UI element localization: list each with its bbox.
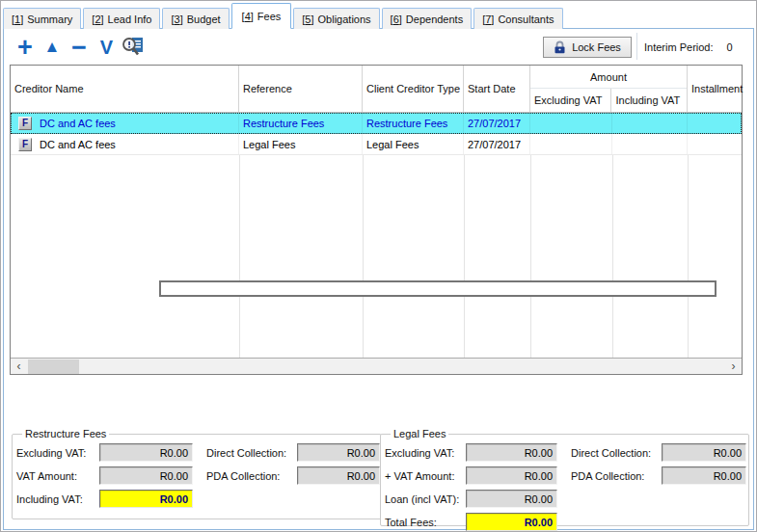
column-header-start-date[interactable]: Start Date [464,66,530,112]
pda-collection-label: PDA Collection: [206,470,297,482]
tab-lead-info[interactable]: [2]Lead Info [83,8,160,29]
cell-start-date: 27/07/2017 [464,134,530,154]
column-header-including-vat[interactable]: Including VAT [611,89,687,112]
cell-reference: Legal Fees [239,134,363,154]
tab-obligations[interactable]: [5]Obligations [293,8,379,29]
cell-including-vat [612,113,688,133]
excluding-vat-label: Excluding VAT: [385,447,466,459]
empty-edit-box [159,280,716,297]
loan-incl-vat-field: R0.00 [466,490,557,508]
cell-including-vat [612,134,688,154]
pda-collection-field: R0.00 [297,466,380,485]
tab-label: Summary [27,13,72,25]
grid-header: Creditor Name Reference Client Creditor … [11,66,742,113]
cell-client-creditor-type: Restructure Fees [363,113,464,133]
tab-strip: [1]Summary [2]Lead Info [3]Budget [4]Fee… [3,3,565,29]
interim-period-label: Interim Period: [644,41,714,53]
horizontal-scrollbar[interactable]: ‹ › [11,358,742,374]
legal-fees-panel: Legal Fees Excluding VAT: R0.00 Direct C… [380,428,749,526]
restructure-fees-panel: Restructure Fees Excluding VAT: R0.00 Di… [12,428,383,519]
tab-label: Dependents [406,13,463,25]
fees-window: [1]Summary [2]Lead Info [3]Budget [4]Fee… [0,0,757,532]
column-group-amount-label: Amount [530,66,687,89]
loan-incl-vat-label: Loan (incl VAT): [385,493,466,505]
fees-grid: Creditor Name Reference Client Creditor … [10,65,743,375]
vat-amount-field: R0.00 [99,466,193,485]
direct-collection-field: R0.00 [662,443,746,462]
tab-fees[interactable]: [4]Fees [231,3,292,29]
move-up-icon[interactable]: ▲ [39,35,66,60]
legal-fees-title: Legal Fees [391,428,448,439]
fee-row-icon: F [18,138,32,151]
fee-row-icon: F [18,117,32,130]
toolbar-divider [636,33,637,60]
cell-reference: Restructure Fees [239,113,363,133]
lock-fees-button[interactable]: Lock Fees [543,37,632,58]
column-group-amount: Amount Excluding VAT Including VAT [530,66,688,112]
excluding-vat-label: Excluding VAT: [16,447,99,459]
column-header-reference[interactable]: Reference [239,66,363,112]
add-icon[interactable]: + [12,35,39,60]
including-vat-total-field: R0.00 [99,490,193,508]
pda-collection-label: PDA Collection: [571,470,662,482]
scrollbar-thumb[interactable] [28,359,79,374]
interim-period-value: 0 [727,41,733,53]
table-row[interactable]: FDC and AC fees Legal Fees Legal Fees 27… [11,134,742,155]
total-fees-label: Total Fees: [385,517,466,528]
remove-icon[interactable]: − [66,35,93,60]
cell-installment [688,113,742,133]
plus-vat-amount-field: R0.00 [466,466,557,485]
tab-budget[interactable]: [3]Budget [162,8,229,29]
cell-start-date: 27/07/2017 [464,113,530,133]
direct-collection-label: Direct Collection: [206,447,297,459]
cell-creditor-name: DC and AC fees [40,139,116,150]
tab-label: Lead Info [108,13,152,25]
excluding-vat-field: R0.00 [466,443,557,462]
move-down-icon[interactable]: V [93,35,120,60]
interim-period: Interim Period: 0 [644,41,733,53]
scroll-left-icon[interactable]: ‹ [11,359,27,374]
total-fees-field: R0.00 [466,513,557,531]
direct-collection-label: Direct Collection: [571,447,662,459]
table-row[interactable]: FDC and AC fees Restructure Fees Restruc… [11,113,742,134]
cell-client-creditor-type: Legal Fees [363,134,464,154]
tab-dependents[interactable]: [6]Dependents [382,8,473,29]
restructure-fees-title: Restructure Fees [22,428,109,439]
excluding-vat-field: R0.00 [99,443,193,462]
scroll-right-icon[interactable]: › [725,359,742,374]
tab-label: Fees [257,11,281,22]
lock-fees-label: Lock Fees [572,41,621,53]
column-header-client-creditor-type[interactable]: Client Creditor Type [363,66,464,112]
tab-consultants[interactable]: [7]Consultants [473,8,562,29]
toolbar: + ▲ − V [12,33,149,62]
lock-icon [554,40,566,54]
column-header-creditor-name[interactable]: Creditor Name [11,66,239,112]
cell-installment [688,134,742,154]
pda-collection-field: R0.00 [662,466,746,485]
tab-summary[interactable]: [1]Summary [3,8,81,29]
grid-body: FDC and AC fees Restructure Fees Restruc… [11,113,742,358]
including-vat-label: Including VAT: [16,493,99,505]
tab-label: Consultants [498,13,554,25]
fees-tab-page: + ▲ − V [3,28,754,530]
column-header-installment[interactable]: Installment [688,66,742,112]
cell-excluding-vat [530,134,612,154]
plus-vat-amount-label: + VAT Amount: [385,470,466,482]
vat-amount-label: VAT Amount: [16,470,99,482]
tab-label: Budget [187,13,221,25]
tab-label: Obligations [318,13,371,25]
preview-document-icon[interactable] [120,36,149,59]
direct-collection-field: R0.00 [297,443,380,462]
column-header-excluding-vat[interactable]: Excluding VAT [530,89,611,112]
cell-creditor-name: DC and AC fees [40,118,116,129]
cell-excluding-vat [530,113,612,133]
